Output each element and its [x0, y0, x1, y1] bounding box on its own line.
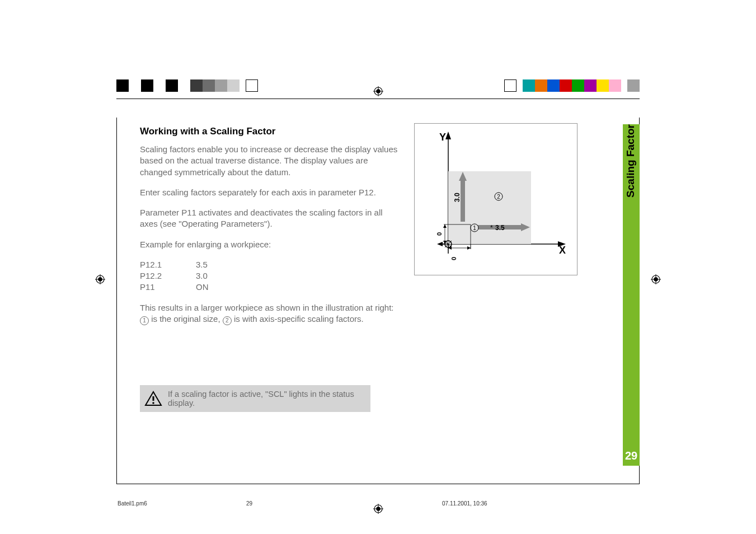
- svg-marker-44: [443, 224, 447, 228]
- parameter-value: 3.0: [196, 270, 208, 282]
- text-span: This results in a larger workpiece as sh…: [140, 303, 394, 312]
- footer-filename: Bateil1.pm6: [118, 500, 246, 507]
- crop-rule: [116, 118, 117, 484]
- svg-text:*: *: [490, 224, 493, 232]
- parameter-row: P11 ON: [140, 282, 400, 293]
- text-span: is with axis-specific scaling factors.: [232, 314, 364, 324]
- main-text-column: Working with a Scaling Factor Scaling fa…: [140, 126, 400, 334]
- warning-icon: [144, 391, 162, 406]
- svg-text:0: 0: [436, 232, 443, 236]
- print-colorbar-left: [116, 79, 258, 92]
- parameter-key: P12.2: [140, 270, 196, 282]
- body-paragraph: Example for enlarging a workpiece:: [140, 239, 400, 250]
- body-paragraph: Enter scaling factors separately for eac…: [140, 187, 400, 198]
- registration-mark-icon: [373, 86, 383, 96]
- svg-marker-22: [445, 132, 451, 139]
- note-box: If a scaling factor is active, "SCL" lig…: [140, 385, 370, 412]
- footer-timestamp: 07.11.2001, 10:36: [442, 500, 638, 507]
- section-heading: Working with a Scaling Factor: [140, 126, 400, 137]
- svg-rect-19: [153, 396, 154, 401]
- circled-number-icon: 1: [140, 316, 149, 325]
- svg-text:3.0: 3.0: [453, 193, 461, 202]
- print-colorbar-right: [504, 79, 640, 92]
- circled-number-icon: 2: [223, 316, 232, 325]
- svg-marker-45: [443, 241, 447, 244]
- svg-marker-36: [437, 242, 443, 246]
- svg-text:X: X: [559, 245, 566, 256]
- note-text: If a scaling factor is active, "SCL" lig…: [162, 390, 370, 407]
- svg-text:3.5: 3.5: [495, 224, 505, 232]
- parameter-key: P12.1: [140, 259, 196, 270]
- print-footer: Bateil1.pm6 29 07.11.2001, 10:36: [118, 500, 638, 507]
- parameter-value: 3.5: [196, 259, 208, 270]
- text-span: is the original size,: [149, 314, 223, 324]
- page-number: 29: [623, 449, 640, 462]
- crop-rule: [116, 484, 640, 484]
- registration-mark-icon: [651, 274, 661, 284]
- side-tab-title: Scaling Factor: [624, 124, 637, 253]
- svg-point-20: [152, 402, 154, 404]
- body-paragraph: This results in a larger workpiece as sh…: [140, 302, 400, 325]
- parameter-row: P12.2 3.0: [140, 270, 400, 282]
- svg-text:1: 1: [473, 225, 476, 231]
- parameter-list: P12.1 3.5 P12.2 3.0 P11 ON: [140, 259, 400, 293]
- svg-text:0: 0: [450, 257, 457, 260]
- body-paragraph: Scaling factors enable you to increase o…: [140, 144, 400, 178]
- crop-rule: [116, 99, 399, 99]
- svg-marker-41: [467, 246, 471, 250]
- footer-pageno: 29: [246, 500, 442, 507]
- parameter-row: P12.1 3.5: [140, 259, 400, 270]
- scaling-figure: 1 2 * Y X 3.0 3.5 0 0: [414, 123, 577, 275]
- body-paragraph: Parameter P11 activates and deactivates …: [140, 207, 400, 230]
- crop-rule: [393, 99, 640, 99]
- side-tab: Scaling Factor 29: [623, 124, 640, 466]
- svg-text:Y: Y: [439, 132, 446, 143]
- registration-mark-icon: [95, 274, 105, 284]
- parameter-key: P11: [140, 282, 196, 293]
- parameter-value: ON: [196, 282, 209, 293]
- svg-text:2: 2: [497, 194, 500, 200]
